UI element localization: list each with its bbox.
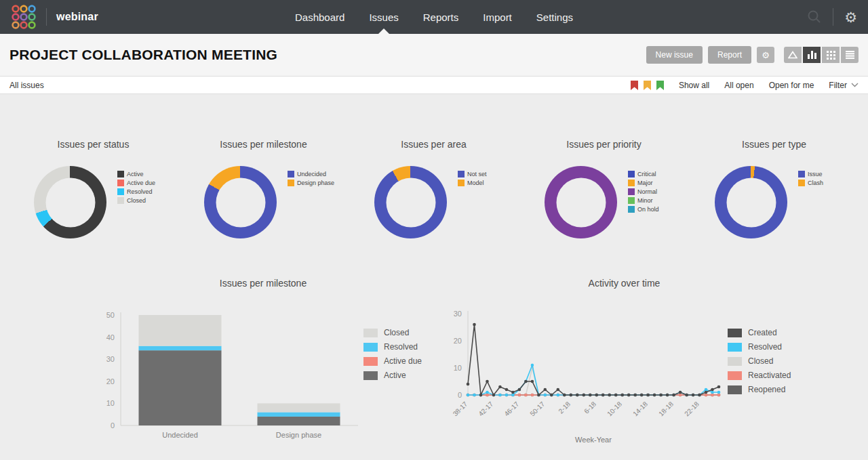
data-point [698, 394, 701, 397]
chart-legend: ActiveActive dueResolvedClosed [117, 171, 155, 206]
all-open-link[interactable]: All open [724, 81, 753, 90]
y-tick-label: 30 [106, 355, 115, 363]
data-point [583, 394, 586, 397]
legend-label: Resolved [748, 342, 782, 352]
chart-view-button[interactable] [803, 47, 821, 63]
bottom-chart-row: Issues per milestone 01020304050Undecide… [0, 278, 868, 448]
status-donut[interactable] [34, 166, 106, 238]
legend-swatch [363, 371, 378, 380]
nav-item-issues[interactable]: Issues [369, 0, 398, 34]
data-point [518, 388, 521, 392]
legend-label: Resolved [127, 188, 153, 195]
bar-segment [139, 346, 222, 351]
chevron-down-icon [851, 83, 859, 87]
y-tick-label: 20 [106, 377, 115, 385]
donut-hole [556, 177, 606, 227]
data-point [620, 394, 624, 397]
red-flag-icon[interactable] [631, 81, 638, 90]
activity-line-chart[interactable]: 010203038-1742-1746-1750-172-186-1810-18… [446, 305, 728, 448]
nav-item-dashboard[interactable]: Dashboard [295, 0, 344, 34]
legend-item: Not set [458, 171, 487, 177]
new-issue-button[interactable]: New issue [646, 46, 703, 64]
x-axis-title: Week-Year [575, 436, 612, 444]
data-point [486, 394, 489, 397]
legend-swatch [288, 180, 294, 186]
gear-icon[interactable]: ⚙ [844, 10, 857, 24]
y-tick-label: 30 [454, 310, 462, 318]
legend-label: Normal [637, 188, 657, 195]
project-name[interactable]: webinar [56, 11, 98, 23]
open-for-me-link[interactable]: Open for me [769, 81, 814, 90]
data-point [544, 394, 547, 397]
chart-title: Issues per milestone [87, 278, 439, 289]
data-point [595, 394, 598, 397]
chart-issues-per-milestone-bar: Issues per milestone 01020304050Undecide… [87, 278, 439, 448]
area-donut[interactable] [374, 166, 447, 238]
list-view-button[interactable] [841, 47, 859, 63]
data-point [685, 394, 688, 397]
y-tick-label: 0 [111, 421, 115, 430]
current-filter-label[interactable]: All issues [9, 81, 44, 90]
nav-item-settings[interactable]: Settings [536, 0, 573, 34]
data-point [505, 394, 509, 397]
data-point [550, 394, 553, 397]
data-point [627, 394, 631, 397]
nav-item-import[interactable]: Import [483, 0, 512, 34]
nav-right-divider [833, 8, 833, 26]
data-point [473, 394, 476, 397]
data-point [614, 394, 618, 397]
legend-item: Design phase [288, 180, 334, 186]
data-point [717, 394, 721, 397]
yellow-flag-icon[interactable] [644, 81, 651, 90]
show-all-link[interactable]: Show all [679, 81, 709, 90]
dashboard-settings-button[interactable]: ⚙ [757, 47, 774, 63]
legend-item: Minor [628, 197, 659, 204]
x-tick-label: 46-17 [502, 400, 520, 417]
data-point [498, 394, 502, 397]
grid-view-button[interactable] [822, 47, 840, 63]
donut-hole [726, 177, 776, 227]
chart-legend: Not setModel [458, 171, 487, 188]
x-tick-label: 42-17 [477, 400, 494, 417]
data-point [705, 391, 708, 394]
y-tick-label: 40 [106, 333, 115, 341]
triangle-view-button[interactable] [784, 47, 802, 63]
data-point [659, 394, 663, 397]
donut-chart-row: Issues per status ActiveActive dueResolv… [0, 139, 868, 238]
green-flag-icon[interactable] [656, 81, 664, 90]
legend-label: Critical [637, 171, 656, 177]
chart-title: Issues per status [8, 139, 178, 150]
series-line-created [468, 325, 719, 395]
priority-donut[interactable] [545, 166, 617, 238]
legend-item: Clash [798, 180, 823, 186]
milestone-bar-chart[interactable]: 01020304050UndecidedDesign phase [87, 305, 363, 448]
filter-dropdown[interactable]: Filter [829, 81, 859, 90]
data-point [511, 391, 515, 394]
legend-label: Issue [808, 171, 823, 177]
chart-legend: ClosedResolvedActive dueActive [363, 328, 422, 448]
page-title: PROJECT COLLABORATION MEETING [9, 47, 277, 63]
legend-swatch [117, 197, 124, 204]
report-button[interactable]: Report [708, 46, 751, 64]
chart-title: Issues per type [689, 139, 859, 150]
nav-item-reports[interactable]: Reports [423, 0, 459, 34]
bar-segment [258, 403, 340, 412]
donut-hole [45, 177, 95, 227]
legend-item: Model [458, 180, 487, 186]
legend-label: Design phase [297, 180, 334, 186]
legend-item: Normal [628, 188, 659, 195]
data-point [608, 394, 611, 397]
search-icon[interactable] [807, 9, 822, 24]
data-point [666, 394, 669, 397]
legend-label: Created [748, 328, 777, 337]
legend-label: Resolved [384, 342, 418, 352]
app-logo-icon[interactable] [11, 4, 37, 30]
chart-title: Issues per priority [519, 139, 689, 150]
type-donut[interactable] [715, 166, 787, 238]
triangle-icon [788, 51, 797, 59]
milestone-donut[interactable] [204, 166, 277, 238]
page-header: PROJECT COLLABORATION MEETING New issue … [0, 34, 868, 76]
legend-item: Active due [117, 180, 155, 186]
legend-item: Resolved [363, 342, 422, 352]
data-point [576, 394, 579, 397]
